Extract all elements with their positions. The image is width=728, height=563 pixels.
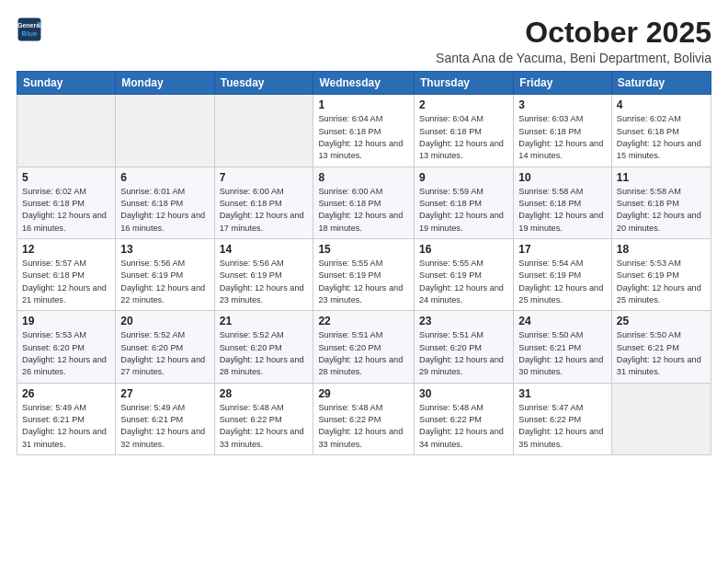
calendar-cell: 1Sunrise: 6:04 AM Sunset: 6:18 PM Daylig…: [313, 95, 415, 167]
calendar-cell: 3Sunrise: 6:03 AM Sunset: 6:18 PM Daylig…: [514, 95, 612, 167]
day-info: Sunrise: 6:02 AM Sunset: 6:18 PM Dayligh…: [22, 186, 110, 235]
calendar-cell: 29Sunrise: 5:48 AM Sunset: 6:22 PM Dayli…: [313, 383, 415, 454]
day-info: Sunrise: 5:48 AM Sunset: 6:22 PM Dayligh…: [220, 402, 309, 451]
day-number: 26: [22, 387, 110, 400]
day-info: Sunrise: 6:03 AM Sunset: 6:18 PM Dayligh…: [518, 113, 607, 162]
col-tuesday: Tuesday: [214, 72, 313, 95]
day-info: Sunrise: 5:47 AM Sunset: 6:22 PM Dayligh…: [518, 402, 607, 451]
day-info: Sunrise: 5:53 AM Sunset: 6:19 PM Dayligh…: [617, 258, 706, 306]
day-number: 4: [617, 98, 706, 111]
calendar-week-row-1: 1Sunrise: 6:04 AM Sunset: 6:18 PM Daylig…: [17, 95, 711, 167]
col-sunday: Sunday: [17, 72, 116, 95]
calendar-cell: 17Sunrise: 5:54 AM Sunset: 6:19 PM Dayli…: [514, 238, 612, 310]
calendar-cell: 26Sunrise: 5:49 AM Sunset: 6:21 PM Dayli…: [17, 383, 116, 454]
day-number: 22: [318, 315, 409, 327]
day-number: 5: [22, 171, 110, 184]
day-number: 23: [419, 315, 508, 327]
day-number: 3: [518, 98, 607, 111]
day-info: Sunrise: 5:52 AM Sunset: 6:20 PM Dayligh…: [220, 329, 309, 378]
day-number: 31: [518, 387, 607, 400]
day-info: Sunrise: 5:55 AM Sunset: 6:19 PM Dayligh…: [419, 258, 508, 306]
header: General Blue October 2025 Santa Ana de Y…: [17, 17, 711, 65]
day-info: Sunrise: 5:56 AM Sunset: 6:19 PM Dayligh…: [120, 258, 209, 306]
day-number: 24: [518, 315, 607, 327]
calendar-cell: 12Sunrise: 5:57 AM Sunset: 6:18 PM Dayli…: [17, 238, 116, 310]
day-number: 7: [220, 171, 309, 184]
day-number: 15: [318, 243, 409, 256]
day-info: Sunrise: 5:54 AM Sunset: 6:19 PM Dayligh…: [518, 258, 607, 306]
calendar-cell: 23Sunrise: 5:51 AM Sunset: 6:20 PM Dayli…: [415, 311, 514, 383]
day-info: Sunrise: 5:55 AM Sunset: 6:19 PM Dayligh…: [318, 258, 409, 306]
calendar-cell: 24Sunrise: 5:50 AM Sunset: 6:21 PM Dayli…: [514, 311, 612, 383]
calendar-cell: 9Sunrise: 5:59 AM Sunset: 6:18 PM Daylig…: [415, 167, 514, 238]
calendar-cell: 5Sunrise: 6:02 AM Sunset: 6:18 PM Daylig…: [17, 167, 116, 238]
calendar-week-row-2: 5Sunrise: 6:02 AM Sunset: 6:18 PM Daylig…: [17, 167, 711, 238]
day-info: Sunrise: 6:00 AM Sunset: 6:18 PM Dayligh…: [220, 186, 309, 235]
day-number: 9: [419, 171, 508, 184]
day-number: 12: [22, 243, 110, 256]
day-number: 28: [220, 387, 309, 400]
day-info: Sunrise: 5:51 AM Sunset: 6:20 PM Dayligh…: [318, 329, 409, 378]
calendar-cell: [611, 383, 711, 454]
title-block: October 2025 Santa Ana de Yacuma, Beni D…: [436, 17, 711, 65]
calendar-cell: [214, 95, 313, 167]
page: General Blue October 2025 Santa Ana de Y…: [0, 0, 728, 563]
calendar-cell: 27Sunrise: 5:49 AM Sunset: 6:21 PM Dayli…: [116, 383, 214, 454]
day-info: Sunrise: 5:49 AM Sunset: 6:21 PM Dayligh…: [120, 402, 209, 451]
day-number: 6: [120, 171, 209, 184]
day-number: 17: [518, 243, 607, 256]
day-number: 20: [120, 315, 209, 327]
day-info: Sunrise: 6:04 AM Sunset: 6:18 PM Dayligh…: [419, 113, 508, 162]
calendar-week-row-4: 19Sunrise: 5:53 AM Sunset: 6:20 PM Dayli…: [17, 311, 711, 383]
calendar-cell: 15Sunrise: 5:55 AM Sunset: 6:19 PM Dayli…: [313, 238, 415, 310]
day-info: Sunrise: 6:00 AM Sunset: 6:18 PM Dayligh…: [318, 186, 409, 235]
logo-icon: General Blue: [17, 17, 42, 42]
day-number: 14: [220, 243, 309, 256]
calendar-cell: 19Sunrise: 5:53 AM Sunset: 6:20 PM Dayli…: [17, 311, 116, 383]
day-number: 16: [419, 243, 508, 256]
day-number: 29: [318, 387, 409, 400]
calendar-cell: 30Sunrise: 5:48 AM Sunset: 6:22 PM Dayli…: [415, 383, 514, 454]
day-info: Sunrise: 5:50 AM Sunset: 6:21 PM Dayligh…: [518, 329, 607, 378]
day-info: Sunrise: 5:48 AM Sunset: 6:22 PM Dayligh…: [419, 402, 508, 451]
calendar-cell: 13Sunrise: 5:56 AM Sunset: 6:19 PM Dayli…: [116, 238, 214, 310]
col-friday: Friday: [514, 72, 612, 95]
calendar-cell: 8Sunrise: 6:00 AM Sunset: 6:18 PM Daylig…: [313, 167, 415, 238]
col-wednesday: Wednesday: [313, 72, 415, 95]
calendar-cell: 20Sunrise: 5:52 AM Sunset: 6:20 PM Dayli…: [116, 311, 214, 383]
calendar-cell: 25Sunrise: 5:50 AM Sunset: 6:21 PM Dayli…: [611, 311, 711, 383]
day-info: Sunrise: 6:02 AM Sunset: 6:18 PM Dayligh…: [617, 113, 706, 162]
calendar-week-row-3: 12Sunrise: 5:57 AM Sunset: 6:18 PM Dayli…: [17, 238, 711, 310]
calendar-table: Sunday Monday Tuesday Wednesday Thursday…: [17, 71, 711, 455]
day-number: 27: [120, 387, 209, 400]
col-saturday: Saturday: [611, 72, 711, 95]
day-info: Sunrise: 6:04 AM Sunset: 6:18 PM Dayligh…: [318, 113, 409, 162]
calendar-cell: 10Sunrise: 5:58 AM Sunset: 6:18 PM Dayli…: [514, 167, 612, 238]
calendar-cell: [17, 95, 116, 167]
day-info: Sunrise: 5:49 AM Sunset: 6:21 PM Dayligh…: [22, 402, 110, 451]
calendar-cell: 18Sunrise: 5:53 AM Sunset: 6:19 PM Dayli…: [611, 238, 711, 310]
day-number: 19: [22, 315, 110, 327]
calendar-cell: 6Sunrise: 6:01 AM Sunset: 6:18 PM Daylig…: [116, 167, 214, 238]
col-monday: Monday: [116, 72, 214, 95]
calendar-week-row-5: 26Sunrise: 5:49 AM Sunset: 6:21 PM Dayli…: [17, 383, 711, 454]
day-number: 10: [518, 171, 607, 184]
calendar-cell: 2Sunrise: 6:04 AM Sunset: 6:18 PM Daylig…: [415, 95, 514, 167]
location-title: Santa Ana de Yacuma, Beni Department, Bo…: [436, 51, 711, 65]
calendar-cell: [116, 95, 214, 167]
day-number: 21: [220, 315, 309, 327]
calendar-header-row: Sunday Monday Tuesday Wednesday Thursday…: [17, 72, 711, 95]
col-thursday: Thursday: [415, 72, 514, 95]
day-info: Sunrise: 5:48 AM Sunset: 6:22 PM Dayligh…: [318, 402, 409, 451]
day-info: Sunrise: 6:01 AM Sunset: 6:18 PM Dayligh…: [120, 186, 209, 235]
day-info: Sunrise: 5:52 AM Sunset: 6:20 PM Dayligh…: [120, 329, 209, 378]
day-info: Sunrise: 5:53 AM Sunset: 6:20 PM Dayligh…: [22, 329, 110, 378]
month-title: October 2025: [436, 17, 711, 49]
day-number: 1: [318, 98, 409, 111]
calendar-cell: 31Sunrise: 5:47 AM Sunset: 6:22 PM Dayli…: [514, 383, 612, 454]
svg-text:Blue: Blue: [22, 29, 39, 38]
day-number: 25: [617, 315, 706, 327]
day-number: 30: [419, 387, 508, 400]
calendar-cell: 21Sunrise: 5:52 AM Sunset: 6:20 PM Dayli…: [214, 311, 313, 383]
day-info: Sunrise: 5:58 AM Sunset: 6:18 PM Dayligh…: [617, 186, 706, 235]
